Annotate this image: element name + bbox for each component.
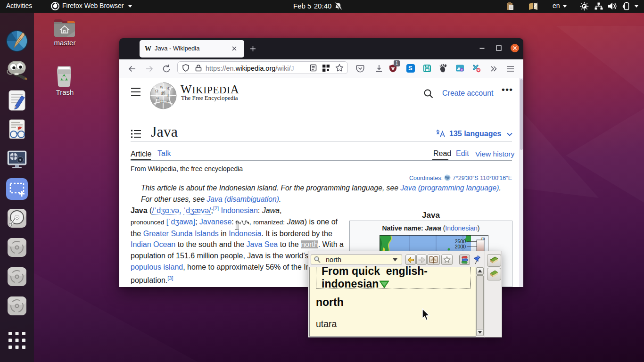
svg-text:維: 維: [161, 90, 166, 96]
svg-text:Ω: Ω: [155, 89, 158, 93]
svg-text:2000: 2000: [455, 244, 466, 249]
svg-text:ع: ع: [167, 92, 170, 97]
svg-text:W: W: [160, 85, 164, 90]
svg-text:ಸ: ಸ: [166, 99, 168, 104]
svg-text:W: W: [145, 45, 151, 52]
svg-text:И: И: [166, 86, 169, 90]
svg-text:ω: ω: [156, 95, 159, 100]
svg-text:11: 11: [160, 99, 164, 104]
